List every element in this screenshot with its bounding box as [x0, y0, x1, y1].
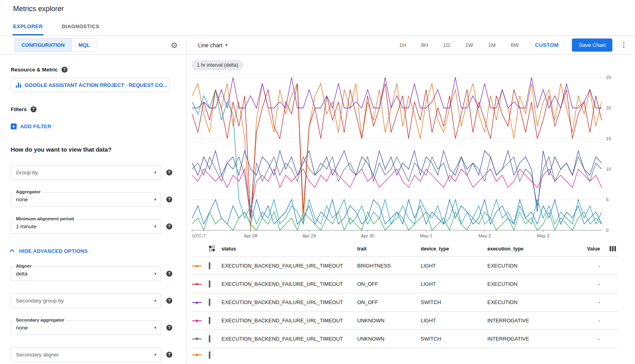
- row-checkbox[interactable]: [209, 262, 210, 270]
- tab-diagnostics[interactable]: DIAGNOSTICS: [52, 17, 109, 35]
- plus-icon: +: [11, 123, 17, 129]
- chart-svg: [192, 73, 602, 231]
- table-body: ■ EXECUTION_BACKEND_FAILURE_URL_TIMEOUT …: [192, 257, 618, 362]
- table-row[interactable]: ★ EXECUTION_BACKEND_FAILURE_URL_TIMEOUT …: [192, 275, 618, 293]
- selected-metric-button[interactable]: GOOGLE ASSISTANT ACTION PROJECT - REQUES…: [11, 78, 169, 92]
- tab-explorer[interactable]: EXPLORER: [4, 17, 52, 35]
- table-row[interactable]: ✖ EXECUTION_BACKEND_FAILURE_URL_TIMEOUT …: [192, 330, 618, 348]
- row-checkbox[interactable]: [209, 351, 210, 359]
- add-filter-button[interactable]: + ADD FILTER: [11, 123, 51, 129]
- resource-metric-label: Resource & Metric ?: [11, 67, 172, 73]
- help-icon[interactable]: ?: [62, 67, 67, 73]
- row-checkbox[interactable]: [209, 317, 210, 324]
- chart-toolbar: Line chart ▾ 1H6H1D1W1M6W CUSTOM Save Ch…: [187, 36, 635, 55]
- table-row[interactable]: ▲ EXECUTION_BACKEND_FAILURE_URL_TIMEOUT …: [192, 293, 618, 312]
- help-icon[interactable]: ?: [166, 169, 172, 175]
- page-title: Metrics explorer: [13, 5, 64, 13]
- mode-segmented-control: CONFIGURATION MQL: [14, 38, 97, 52]
- chevron-up-icon: [10, 249, 15, 254]
- column-selector-icon[interactable]: [610, 246, 616, 251]
- range-button-1m[interactable]: 1M: [481, 39, 503, 51]
- tab-configuration[interactable]: CONFIGURATION: [15, 39, 71, 52]
- col-device-type[interactable]: device_type: [421, 246, 487, 252]
- range-button-6w[interactable]: 6W: [503, 39, 526, 51]
- time-range-group: 1H6H1D1W1M6W: [392, 39, 526, 51]
- table-row[interactable]: ◆ EXECUTION_BACKEND_FAILURE_URL_TIMEOUT …: [192, 312, 618, 330]
- bar-chart-icon: [16, 83, 21, 88]
- help-icon[interactable]: ?: [166, 298, 172, 304]
- table-row[interactable]: ■: [192, 348, 618, 362]
- field-secondary-aggregator: Secondary aggregator none ▾ ?: [11, 320, 172, 335]
- col-status[interactable]: status: [221, 246, 357, 252]
- field-aligner: Aligner delta ▾ ?: [11, 266, 172, 281]
- help-icon[interactable]: ?: [166, 352, 172, 358]
- col-value[interactable]: Value: [575, 246, 600, 252]
- sidebar-body: Resource & Metric ? GOOGLE ASSISTANT ACT…: [0, 55, 187, 362]
- filters-label: Filters ?: [11, 106, 172, 112]
- x-axis-labels: UTC-7Apr 28Apr 29Apr 30May 1May 2May 3: [192, 232, 602, 240]
- row-checkbox[interactable]: [209, 335, 210, 343]
- series-marker-icon: ◆: [192, 318, 202, 324]
- chip-row: 1 hr interval (delta): [187, 55, 635, 70]
- chevron-down-icon: ▾: [154, 224, 156, 229]
- field-secondary-group-by: Secondary group by ▾ ?: [11, 293, 172, 308]
- chevron-down-icon: ▾: [154, 298, 156, 303]
- chart-panel: Line chart ▾ 1H6H1D1W1M6W CUSTOM Save Ch…: [187, 36, 635, 364]
- hide-advanced-options-button[interactable]: HIDE ADVANCED OPTIONS: [11, 248, 88, 254]
- chevron-down-icon: ▾: [154, 170, 156, 175]
- range-button-1h[interactable]: 1H: [392, 39, 414, 51]
- sidebar-header: CONFIGURATION MQL ⚙: [0, 36, 187, 55]
- help-icon[interactable]: ?: [166, 223, 172, 229]
- range-button-6h[interactable]: 6H: [414, 39, 435, 51]
- plot-area[interactable]: UTC-7Apr 28Apr 29Apr 30May 1May 2May 3: [192, 73, 602, 231]
- series-table: status trait device_type execution_type …: [192, 241, 618, 362]
- range-button-custom[interactable]: CUSTOM: [526, 39, 567, 51]
- configuration-sidebar: CONFIGURATION MQL ⚙ Resource & Metric ? …: [0, 36, 187, 364]
- table-header: status trait device_type execution_type …: [192, 241, 618, 257]
- help-icon[interactable]: ?: [166, 325, 172, 331]
- save-chart-button[interactable]: Save Chart: [572, 39, 612, 52]
- row-checkbox[interactable]: [209, 280, 210, 288]
- range-button-1d[interactable]: 1D: [435, 39, 457, 51]
- kebab-menu-icon[interactable]: ⋮: [618, 39, 629, 51]
- main-tabbar: EXPLORER DIAGNOSTICS: [0, 17, 635, 36]
- field-secondary-aligner: Secondary aligner ▾ ?: [11, 347, 172, 362]
- chevron-down-icon: ▾: [154, 197, 156, 202]
- range-button-1w[interactable]: 1W: [458, 39, 481, 51]
- chevron-down-icon: ▾: [154, 271, 156, 276]
- chevron-down-icon: ▾: [154, 325, 156, 330]
- view-data-question: How do you want to view that data?: [11, 146, 172, 153]
- table-row[interactable]: ■ EXECUTION_BACKEND_FAILURE_URL_TIMEOUT …: [192, 257, 618, 275]
- fields-advanced: Aligner delta ▾ ? Secondary group by ▾ ?…: [11, 266, 172, 362]
- series-marker-icon: ■: [192, 352, 202, 358]
- field-minimum-alignment-period: Minimum alignment period 1 minute ▾ ?: [11, 219, 172, 234]
- col-trait[interactable]: trait: [357, 246, 421, 252]
- col-execution-type[interactable]: execution_type: [487, 246, 575, 252]
- content: CONFIGURATION MQL ⚙ Resource & Metric ? …: [0, 36, 635, 364]
- y-axis-labels: 0510152025: [602, 73, 618, 231]
- tab-mql[interactable]: MQL: [71, 39, 97, 52]
- line-chart: UTC-7Apr 28Apr 29Apr 30May 1May 2May 3 0…: [192, 73, 635, 241]
- toggle-legend-icon[interactable]: [209, 246, 215, 252]
- series-marker-icon: ★: [192, 281, 202, 287]
- fields-main: Group by ▾ ? Aggregator none ▾ ? Minimum…: [11, 165, 172, 234]
- chevron-down-icon: ▾: [225, 42, 227, 48]
- chevron-down-icon: ▾: [154, 352, 156, 357]
- field-aggregator: Aggregator none ▾ ?: [11, 192, 172, 207]
- interval-chip[interactable]: 1 hr interval (delta): [192, 60, 243, 70]
- help-icon[interactable]: ?: [166, 271, 172, 277]
- gear-icon[interactable]: ⚙: [171, 41, 178, 49]
- series-marker-icon: ■: [192, 263, 202, 269]
- series-marker-icon: ▲: [192, 300, 202, 305]
- row-checkbox[interactable]: [209, 299, 210, 306]
- field-group-by: Group by ▾ ?: [11, 165, 172, 180]
- help-icon[interactable]: ?: [166, 196, 172, 202]
- titlebar: Metrics explorer: [0, 0, 635, 17]
- series-marker-icon: ✖: [192, 336, 202, 342]
- help-icon[interactable]: ?: [31, 106, 37, 112]
- chart-type-dropdown[interactable]: Line chart ▾: [198, 42, 227, 48]
